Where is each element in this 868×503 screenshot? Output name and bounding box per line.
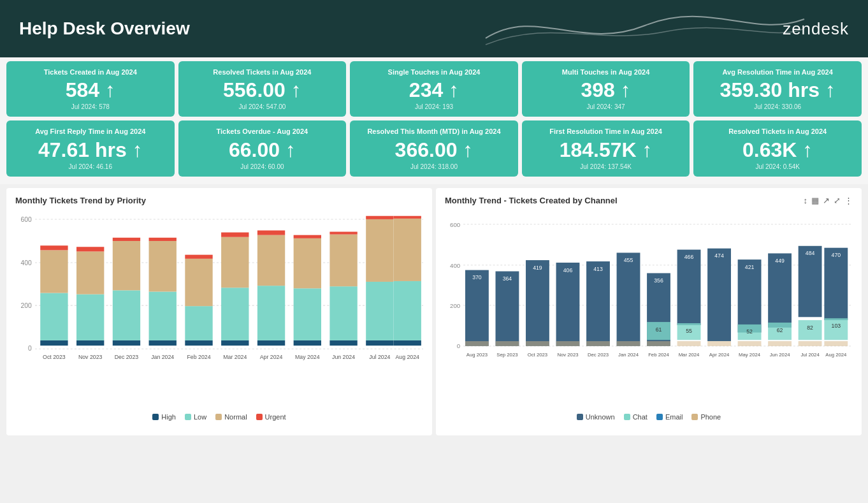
expand-icon[interactable]: ⤢ [834, 196, 841, 205]
svg-rect-37 [294, 288, 321, 340]
svg-rect-119 [824, 318, 848, 340]
svg-text:82: 82 [807, 324, 813, 331]
svg-rect-102 [738, 259, 762, 332]
legend-low-label: Low [194, 413, 206, 421]
legend-low: Low [185, 413, 206, 421]
legend-urgent-label: Urgent [265, 413, 286, 421]
more-icon[interactable]: ⋮ [844, 196, 853, 205]
svg-rect-116 [799, 341, 822, 346]
kpi-card-0-4: Avg Resolution Time in Aug 2024359.30 hr… [693, 61, 862, 117]
legend-email-label: Email [665, 413, 683, 421]
chart-channel-area: 600 400 200 0 370 364 419 [445, 210, 853, 395]
svg-text:470: 470 [832, 252, 841, 258]
svg-text:Apr 2024: Apr 2024 [260, 354, 283, 360]
svg-rect-24 [185, 340, 212, 346]
svg-rect-29 [221, 288, 249, 340]
bar-chart-icon[interactable]: ▦ [811, 196, 819, 205]
svg-text:474: 474 [714, 252, 724, 259]
svg-rect-83 [586, 261, 610, 346]
kpi-value: 47.61 hrs ↑ [15, 139, 166, 161]
svg-rect-25 [185, 306, 212, 340]
svg-text:Jan 2024: Jan 2024 [618, 352, 639, 358]
svg-text:364: 364 [503, 275, 512, 282]
svg-text:Mar 2024: Mar 2024 [223, 354, 247, 360]
svg-rect-38 [294, 238, 321, 288]
kpi-label: Tickets Created in Aug 2024 [15, 68, 166, 77]
svg-text:0: 0 [457, 342, 461, 349]
chart-priority-title: Monthly Tickets Trend by Priority [15, 196, 423, 205]
legend-unknown-icon [577, 414, 583, 420]
legend-phone-label: Phone [700, 413, 721, 421]
kpi-prev: Jul 2024: 347 [531, 103, 681, 110]
svg-rect-99 [707, 249, 731, 341]
svg-rect-77 [526, 260, 549, 346]
kpi-label: Resolved This Month (MTD) in Aug 2024 [359, 127, 509, 136]
svg-text:Jun 2024: Jun 2024 [770, 352, 791, 358]
svg-rect-21 [149, 291, 177, 340]
svg-rect-79 [526, 341, 549, 346]
svg-text:419: 419 [533, 265, 542, 271]
kpi-row-1: Tickets Created in Aug 2024584 ↑Jul 2024… [6, 61, 862, 117]
kpi-value: 366.00 ↑ [359, 139, 509, 161]
svg-rect-31 [221, 233, 249, 237]
legend-unknown: Unknown [577, 413, 615, 421]
kpi-card-1-1: Tickets Overdue - Aug 202466.00 ↑Jul 202… [178, 120, 347, 176]
svg-text:Nov 2023: Nov 2023 [557, 352, 578, 358]
svg-text:200: 200 [21, 302, 32, 309]
legend-unknown-label: Unknown [586, 413, 615, 421]
kpi-label: Multi Touches in Aug 2024 [531, 68, 681, 77]
svg-rect-27 [185, 255, 212, 259]
svg-rect-36 [294, 340, 321, 346]
header-wave-decoration [486, 0, 804, 57]
svg-text:Feb 2024: Feb 2024 [648, 352, 669, 358]
svg-text:55: 55 [686, 328, 692, 334]
export-icon[interactable]: ↗ [823, 196, 830, 205]
svg-text:0: 0 [28, 345, 32, 352]
kpi-value: 584 ↑ [15, 79, 166, 101]
kpi-prev: Jul 2024: 0.54K [702, 163, 853, 170]
svg-rect-71 [465, 270, 489, 346]
svg-rect-80 [556, 263, 580, 346]
svg-rect-9 [40, 293, 68, 340]
svg-rect-74 [496, 272, 519, 346]
svg-rect-49 [394, 281, 421, 340]
svg-text:62: 62 [777, 327, 783, 333]
svg-rect-40 [329, 340, 357, 346]
svg-rect-18 [113, 241, 140, 290]
svg-text:Jan 2024: Jan 2024 [151, 354, 174, 360]
chart-priority-legend: High Low Normal Urgent [15, 413, 423, 421]
kpi-value: 556.00 ↑ [187, 79, 338, 101]
kpi-value: 0.63K ↑ [702, 139, 853, 161]
svg-text:421: 421 [745, 264, 755, 270]
svg-text:Jul 2024: Jul 2024 [369, 354, 390, 360]
kpi-value: 234 ↑ [359, 79, 509, 101]
kpi-label: Resolved Tickets in Aug 2024 [187, 68, 338, 77]
svg-text:600: 600 [21, 216, 32, 223]
kpi-row-2: Avg First Reply Time in Aug 202447.61 hr… [6, 120, 862, 176]
kpi-label: Avg First Reply Time in Aug 2024 [15, 127, 166, 136]
legend-urgent: Urgent [256, 413, 286, 421]
svg-text:484: 484 [806, 250, 815, 256]
svg-text:Dec 2023: Dec 2023 [115, 354, 139, 360]
kpi-value: 359.30 hrs ↑ [702, 79, 853, 101]
legend-normal: Normal [215, 413, 247, 421]
chart-channel-header: Monthly Trend - Tickets Created by Chann… [445, 196, 853, 210]
legend-high: High [152, 413, 176, 421]
sort-icon[interactable]: ↕ [804, 196, 808, 205]
legend-chat-icon [624, 414, 630, 420]
svg-rect-46 [366, 219, 393, 282]
page-title: Help Desk Overview [19, 18, 190, 39]
kpi-prev: Jul 2024: 318.00 [359, 163, 509, 170]
svg-rect-88 [617, 341, 640, 346]
kpi-prev: Jul 2024: 46.16 [15, 163, 166, 170]
svg-rect-14 [76, 251, 104, 294]
kpi-card-0-0: Tickets Created in Aug 2024584 ↑Jul 2024… [6, 61, 175, 117]
legend-email: Email [656, 413, 683, 421]
header: Help Desk Overview zendesk [0, 0, 868, 57]
svg-rect-85 [586, 341, 610, 346]
svg-text:103: 103 [832, 323, 841, 329]
svg-text:449: 449 [775, 258, 785, 264]
svg-rect-17 [113, 290, 140, 340]
kpi-value: 398 ↑ [531, 79, 681, 101]
svg-text:Oct 2023: Oct 2023 [528, 352, 547, 358]
